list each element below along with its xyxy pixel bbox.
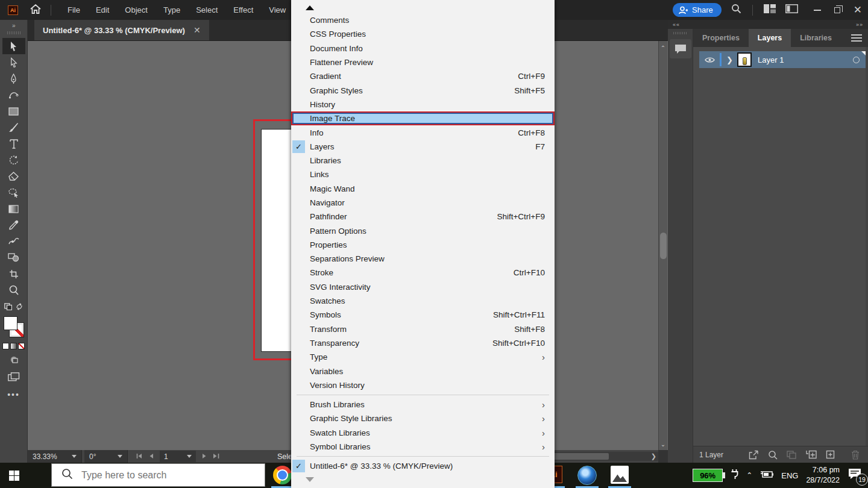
layer-thumbnail[interactable] — [737, 52, 752, 67]
document-tab[interactable]: Untitled-6* @ 33.33 % (CMYK/Preview) ✕ — [34, 20, 209, 40]
shaper-tool[interactable] — [2, 184, 25, 201]
screen-mode-icon[interactable] — [8, 372, 20, 384]
tab-properties[interactable]: Properties — [693, 29, 749, 47]
search-input[interactable] — [81, 470, 250, 481]
type-tool[interactable] — [2, 136, 25, 152]
window-menu-item-svg-interactivity[interactable]: SVG Interactivity — [291, 280, 555, 294]
window-menu-item-magic-wand[interactable]: Magic Wand — [291, 182, 555, 196]
zoom-level-dropdown[interactable]: 33.33% — [28, 450, 82, 463]
swap-fill-stroke-icon[interactable] — [16, 302, 23, 313]
window-menu-item-gradient[interactable]: GradientCtrl+F9 — [291, 69, 555, 83]
create-new-layer-icon[interactable] — [826, 450, 835, 459]
window-menu-item-transparency[interactable]: TransparencyShift+Ctrl+F10 — [291, 336, 555, 350]
collapse-tools-icon[interactable]: » — [12, 22, 16, 29]
window-menu-item-info[interactable]: InfoCtrl+F8 — [291, 125, 555, 139]
vertical-scrollbar-thumb[interactable] — [660, 233, 667, 259]
rotate-tool[interactable] — [2, 152, 25, 168]
visibility-eye-icon[interactable] — [699, 57, 720, 63]
gradient-button[interactable] — [10, 343, 17, 349]
window-menu-item-navigator[interactable]: Navigator — [291, 196, 555, 210]
direct-selection-tool[interactable] — [2, 54, 25, 70]
window-menu-item-history[interactable]: History — [291, 98, 555, 111]
notification-center-button[interactable]: 19 — [848, 468, 863, 483]
menubar-item-select[interactable]: Select — [188, 3, 225, 17]
window-menu-item-type[interactable]: Type› — [291, 350, 555, 364]
taskbar-clock[interactable]: 7:06 pm 28/7/2022 — [806, 465, 840, 486]
eyedropper-tool[interactable] — [2, 217, 25, 233]
eraser-tool[interactable] — [2, 168, 25, 184]
menubar-item-file[interactable]: File — [60, 3, 88, 17]
scroll-down-icon[interactable]: ⌄ — [661, 441, 665, 448]
window-menu-item-document-info[interactable]: Document Info — [291, 42, 555, 55]
artboard-number-dropdown[interactable]: 1 — [160, 451, 196, 462]
previous-artboard-icon[interactable] — [149, 453, 154, 460]
window-menu-item-graphic-styles[interactable]: Graphic StylesShift+F5 — [291, 83, 555, 97]
window-menu-item-flattener-preview[interactable]: Flattener Preview — [291, 55, 555, 69]
window-menu-item-stroke[interactable]: StrokeCtrl+F10 — [291, 266, 555, 280]
window-menu-item-comments[interactable]: Comments — [291, 13, 555, 27]
zoom-tool[interactable] — [2, 282, 25, 298]
taskbar-search[interactable] — [51, 463, 265, 487]
search-icon[interactable] — [731, 4, 741, 16]
tools-panel-grip[interactable] — [7, 31, 20, 34]
menubar-item-type[interactable]: Type — [156, 3, 188, 17]
last-artboard-icon[interactable] — [213, 453, 219, 460]
create-new-sublayer-icon[interactable] — [805, 450, 817, 459]
artboard-tool[interactable] — [2, 266, 25, 282]
window-menu-item-graphic-style-libraries[interactable]: Graphic Style Libraries› — [291, 411, 555, 425]
collapse-panels-left-icon[interactable]: «« — [673, 22, 680, 28]
window-menu-item-symbol-libraries[interactable]: Symbol Libraries› — [291, 440, 555, 454]
language-indicator[interactable]: ENG — [781, 471, 798, 480]
window-menu-item-variables[interactable]: Variables — [291, 364, 555, 378]
fill-swatch[interactable] — [4, 316, 17, 330]
window-menu-item-separations-preview[interactable]: Separations Preview — [291, 252, 555, 266]
draw-modes-icon[interactable] — [4, 302, 12, 313]
window-menu-item-pathfinder[interactable]: PathfinderShift+Ctrl+F9 — [291, 210, 555, 224]
window-menu-item-libraries[interactable]: Libraries — [291, 154, 555, 167]
menubar-item-object[interactable]: Object — [117, 3, 156, 17]
home-icon[interactable] — [30, 4, 41, 16]
curvature-tool[interactable] — [2, 87, 25, 103]
photos-taskbar-icon[interactable] — [611, 466, 629, 484]
menubar-item-edit[interactable]: Edit — [88, 3, 117, 17]
window-menu-item-properties[interactable]: Properties — [291, 238, 555, 252]
window-menu-item-brush-libraries[interactable]: Brush Libraries› — [291, 398, 555, 411]
none-button[interactable] — [18, 343, 25, 349]
layer-name[interactable]: Layer 1 — [758, 55, 784, 64]
collapse-panels-right-icon[interactable]: »» — [856, 22, 863, 28]
first-artboard-icon[interactable] — [136, 453, 143, 460]
power-status-icon[interactable] — [760, 470, 773, 481]
locate-object-icon[interactable] — [768, 450, 778, 460]
panel-menu-icon[interactable] — [851, 33, 862, 43]
close-tab-icon[interactable]: ✕ — [193, 25, 201, 35]
window-menu-item-css-properties[interactable]: CSS Properties — [291, 27, 555, 41]
window-menu-item-pattern-options[interactable]: Pattern Options — [291, 224, 555, 237]
pen-tool[interactable] — [2, 70, 25, 87]
paintbrush-tool[interactable] — [2, 119, 25, 136]
window-menu-item-symbols[interactable]: SymbolsShift+Ctrl+F11 — [291, 308, 555, 322]
draw-normal-mode-icon[interactable] — [9, 355, 19, 366]
window-menu-item-untitled-6-33-33-cmyk-preview[interactable]: ✓Untitled-6* @ 33.33 % (CMYK/Preview) — [291, 459, 555, 473]
share-button[interactable]: Share — [673, 3, 722, 17]
tab-layers[interactable]: Layers — [749, 29, 791, 47]
menu-scroll-up[interactable] — [291, 2, 555, 13]
layer-target-icon[interactable] — [853, 57, 860, 63]
window-menu-item-swatch-libraries[interactable]: Swatch Libraries› — [291, 426, 555, 440]
window-menu-item-links[interactable]: Links — [291, 167, 555, 181]
window-menu-item-image-trace[interactable]: Image Trace — [291, 111, 555, 125]
puppet-warp-tool[interactable] — [2, 233, 25, 249]
shape-builder-tool[interactable] — [2, 249, 25, 266]
scroll-up-icon[interactable]: ⌃ — [661, 45, 665, 51]
window-menu-item-swatches[interactable]: Swatches — [291, 294, 555, 308]
scroll-right-icon[interactable]: ❯ — [651, 452, 656, 461]
more-tools-icon[interactable]: ••• — [7, 390, 20, 399]
chrome-taskbar-icon[interactable] — [273, 466, 292, 484]
workspace-switcher-icon[interactable] — [785, 4, 798, 16]
icon-strip-grip[interactable] — [673, 32, 688, 34]
rectangle-tool[interactable] — [2, 103, 25, 119]
comments-panel-button[interactable] — [670, 39, 691, 58]
media-player-taskbar-icon[interactable] — [577, 466, 597, 485]
rotation-dropdown[interactable]: 0° — [84, 450, 128, 463]
start-button[interactable] — [0, 471, 28, 481]
minimize-button[interactable] — [814, 10, 821, 11]
